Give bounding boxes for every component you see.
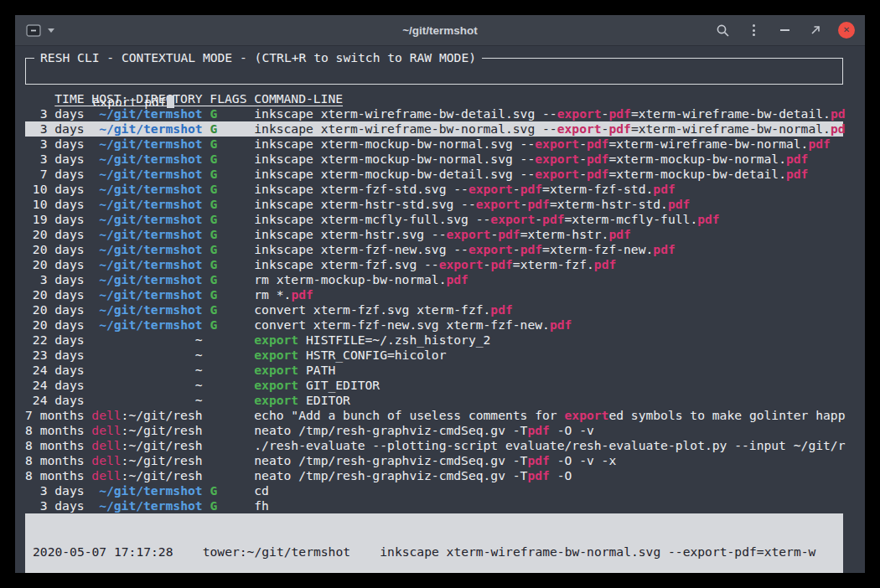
close-button[interactable]: ✕ (838, 22, 855, 39)
resh-mode-legend: RESH CLI - CONTEXTUAL MODE - (CTRL+R to … (34, 50, 482, 65)
history-row[interactable]: 20 days ~/git/termshot G convert xterm-f… (25, 302, 843, 317)
history-rows: 3 days ~/git/termshot G inkscape xterm-w… (25, 106, 843, 513)
history-row[interactable]: 8 months dell:~/git/resh ./resh-evaluate… (25, 438, 843, 453)
resh-search-box[interactable]: RESH CLI - CONTEXTUAL MODE - (CTRL+R to … (25, 58, 843, 85)
history-row[interactable]: 10 days ~/git/termshot G inkscape xterm-… (25, 197, 843, 212)
desktop-background: ~/git/termshot ✕ RESH (0, 0, 880, 588)
selected-entry-status: 2020-05-07 17:17:28 tower:~/git/termshot… (25, 513, 843, 573)
search-icon[interactable] (714, 22, 731, 39)
history-row[interactable]: 24 days ~ export GIT_EDITOR (25, 378, 843, 393)
status-line-1: 2020-05-07 17:17:28 tower:~/git/termshot… (33, 544, 836, 560)
terminal-screen: RESH CLI - CONTEXTUAL MODE - (CTRL+R to … (15, 46, 865, 573)
history-row[interactable]: 10 days ~/git/termshot G inkscape xterm-… (25, 182, 843, 197)
history-row[interactable]: 20 days ~/git/termshot G convert xterm-f… (25, 317, 843, 333)
chevron-down-icon[interactable] (48, 28, 54, 33)
history-row[interactable]: 3 days ~/git/termshot G inkscape xterm-m… (25, 152, 843, 167)
search-query-text: export pdf (93, 95, 167, 109)
history-row[interactable]: 8 months dell:~/git/resh neato /tmp/resh… (25, 453, 843, 468)
app-icon[interactable] (25, 22, 42, 39)
history-row[interactable]: 7 days ~/git/termshot G inkscape xterm-m… (25, 167, 843, 182)
terminal-window: ~/git/termshot ✕ RESH (15, 15, 865, 573)
history-row[interactable]: 3 days ~/git/termshot G inkscape xterm-w… (25, 121, 843, 137)
history-row[interactable]: 20 days ~/git/termshot G inkscape xterm-… (25, 227, 843, 242)
history-row[interactable]: 3 days ~/git/termshot G inkscape xterm-m… (25, 137, 843, 152)
history-row[interactable]: 3 days ~/git/termshot G fh (25, 498, 843, 513)
text-cursor (167, 95, 174, 108)
history-row[interactable]: 24 days ~ export EDITOR (25, 393, 843, 408)
history-row[interactable]: 3 days ~/git/termshot G rm xterm-mockup-… (25, 272, 843, 287)
history-row[interactable]: 20 days ~/git/termshot G inkscape xterm-… (25, 242, 843, 257)
minimize-button[interactable] (776, 22, 793, 39)
history-row[interactable]: 24 days ~ export PATH (25, 363, 843, 378)
window-title: ~/git/termshot (184, 24, 696, 37)
history-row[interactable]: 3 days ~/git/termshot G cd (25, 483, 843, 498)
history-row[interactable]: 23 days ~ export HSTR_CONFIG=hicolor (25, 348, 843, 363)
history-row[interactable]: 22 days ~ export HISTFILE=~/.zsh_history… (25, 333, 843, 348)
history-row[interactable]: 7 months dell:~/git/resh echo "Add a bun… (25, 408, 843, 423)
restore-button[interactable] (807, 22, 824, 39)
history-row[interactable]: 8 months dell:~/git/resh neato /tmp/resh… (25, 423, 843, 438)
history-row[interactable]: 8 months dell:~/git/resh neato /tmp/resh… (25, 468, 843, 483)
history-row[interactable]: 19 days ~/git/termshot G inkscape xterm-… (25, 212, 843, 227)
history-row[interactable]: 20 days ~/git/termshot G rm *.pdf (25, 287, 843, 302)
menu-kebab-icon[interactable] (745, 22, 762, 39)
search-input[interactable]: export pdf (93, 95, 174, 109)
history-row[interactable]: 20 days ~/git/termshot G inkscape xterm-… (25, 257, 843, 272)
titlebar: ~/git/termshot ✕ (15, 15, 865, 46)
